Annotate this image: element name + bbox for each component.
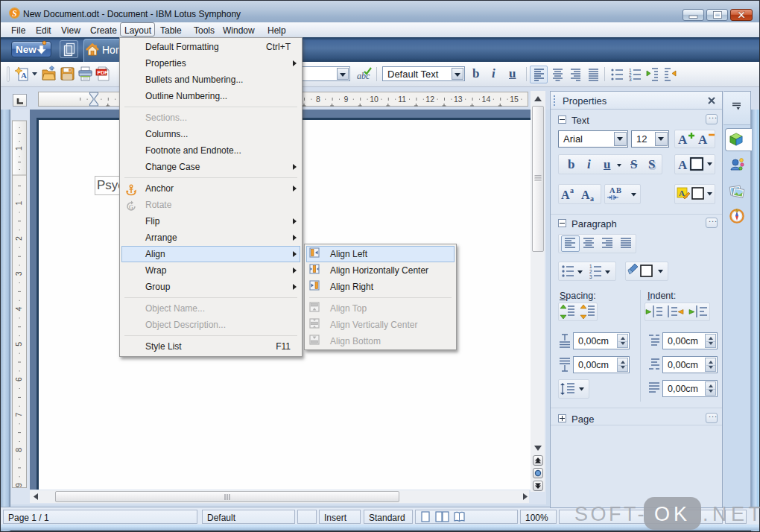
svg-text:10: 10 — [370, 95, 379, 104]
svg-text:5: 5 — [14, 342, 23, 346]
svg-text:A: A — [609, 186, 615, 194]
svg-text:A: A — [581, 189, 590, 201]
svg-text:12: 12 — [425, 95, 434, 104]
svg-text:3: 3 — [589, 274, 592, 279]
svg-text:A: A — [21, 71, 27, 80]
svg-text:A: A — [678, 158, 688, 172]
svg-text:1: 1 — [14, 201, 23, 206]
svg-text:11: 11 — [398, 95, 406, 104]
svg-text:3: 3 — [14, 271, 23, 276]
svg-text:14: 14 — [482, 95, 491, 104]
svg-text:1: 1 — [589, 264, 592, 269]
svg-text:3: 3 — [629, 77, 632, 82]
svg-text:9: 9 — [14, 483, 23, 487]
svg-text:2: 2 — [589, 269, 592, 274]
svg-text:8: 8 — [316, 95, 320, 104]
svg-text:9: 9 — [343, 95, 348, 104]
svg-text:A: A — [678, 133, 688, 147]
svg-text:a: a — [570, 186, 574, 194]
svg-text:4: 4 — [14, 307, 23, 311]
svg-text:8: 8 — [14, 448, 23, 452]
svg-text:1: 1 — [14, 146, 23, 151]
svg-text:2: 2 — [14, 236, 23, 241]
svg-text:13: 13 — [454, 95, 463, 104]
svg-text:B: B — [616, 186, 621, 194]
svg-text:7: 7 — [14, 412, 23, 417]
svg-text:6: 6 — [14, 377, 23, 381]
svg-text:15: 15 — [510, 95, 519, 104]
svg-text:A: A — [561, 189, 570, 201]
svg-text:S: S — [12, 9, 16, 18]
svg-text:G: G — [129, 204, 133, 211]
svg-text:PDF: PDF — [98, 70, 109, 75]
svg-text:A: A — [679, 189, 685, 197]
svg-text:A: A — [698, 133, 708, 147]
svg-text:a: a — [590, 194, 594, 203]
